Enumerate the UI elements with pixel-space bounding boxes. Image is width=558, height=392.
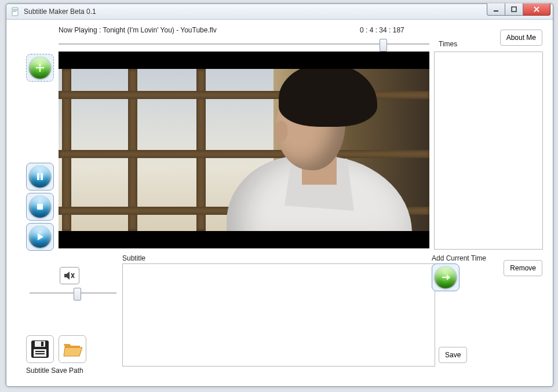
mute-button[interactable] (60, 267, 79, 284)
svg-rect-8 (41, 342, 43, 346)
subtitle-save-path-label: Subtitle Save Path (26, 367, 83, 375)
save-path-button[interactable] (26, 335, 54, 363)
app-icon (11, 7, 20, 16)
about-button[interactable]: About Me (500, 30, 542, 46)
mute-icon (64, 271, 75, 280)
play-icon (29, 226, 51, 248)
times-label: Times (439, 40, 457, 48)
stop-icon (29, 196, 51, 218)
client-area: Now Playing : Tonight (I'm Lovin' You) -… (12, 24, 547, 380)
video-preview (59, 52, 429, 248)
maximize-button[interactable] (505, 3, 523, 16)
window-title: Subtitle Maker Beta 0.1 (24, 8, 553, 16)
seek-slider[interactable] (59, 38, 429, 50)
video-frame (59, 69, 429, 231)
svg-rect-5 (37, 204, 43, 210)
pause-button[interactable] (26, 163, 54, 190)
subtitle-textarea[interactable] (122, 263, 435, 367)
app-window: Subtitle Maker Beta 0.1 Now Playing : To… (6, 3, 553, 387)
svg-rect-9 (34, 349, 46, 357)
titlebar[interactable]: Subtitle Maker Beta 0.1 (6, 4, 553, 20)
open-folder-button[interactable] (59, 335, 86, 363)
svg-rect-7 (35, 341, 45, 347)
volume-slider[interactable] (30, 287, 116, 299)
plus-icon (29, 57, 51, 79)
save-button[interactable]: Save (439, 347, 467, 363)
svg-rect-4 (41, 173, 43, 180)
svg-rect-3 (37, 173, 39, 180)
svg-rect-1 (494, 10, 498, 12)
play-button[interactable] (26, 223, 54, 251)
times-listbox[interactable] (434, 52, 543, 250)
timecode-label: 0 : 4 : 34 : 187 (360, 26, 404, 34)
svg-rect-11 (35, 353, 45, 354)
arrow-right-icon (435, 266, 457, 288)
add-current-time-label: Add Current Time (432, 254, 486, 262)
svg-rect-10 (35, 351, 45, 352)
stop-button[interactable] (26, 193, 54, 221)
close-button[interactable] (523, 3, 550, 16)
pause-icon (29, 166, 51, 188)
add-button[interactable] (26, 54, 54, 82)
folder-open-icon (63, 340, 82, 358)
floppy-icon (30, 339, 50, 359)
add-current-time-button[interactable] (432, 263, 459, 291)
minimize-button[interactable] (487, 3, 505, 16)
subtitle-label: Subtitle (122, 254, 145, 262)
now-playing-label: Now Playing : Tonight (I'm Lovin' You) -… (59, 26, 217, 34)
remove-button[interactable]: Remove (504, 260, 542, 276)
svg-rect-2 (512, 7, 516, 12)
